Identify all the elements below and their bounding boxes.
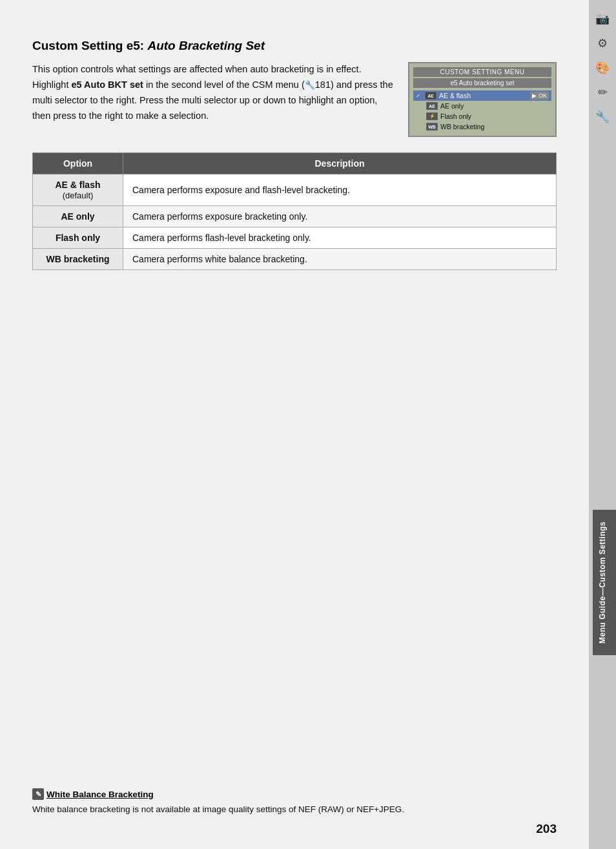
note-title: ✎ White Balance Bracketing	[32, 788, 557, 800]
col-option-header: Option	[33, 153, 123, 174]
option-cell-1: AE only	[33, 206, 123, 227]
main-content: Custom Setting e5: Auto Bracketing Set T…	[0, 0, 589, 849]
options-table: Option Description AE & flash (default) …	[32, 152, 557, 270]
ae-flash-icon: AE	[425, 92, 436, 100]
page-number: 203	[536, 822, 557, 836]
option-cell-3: WB bracketing	[33, 249, 123, 270]
option-sub-0: (default)	[63, 191, 94, 200]
camera-title: CUSTOM SETTING MENU	[413, 67, 551, 77]
option-cell-0: AE & flash (default)	[33, 174, 123, 206]
sidebar-tab: Menu Guide—Custom Settings	[593, 510, 616, 655]
camera-row-2: ⚡ Flash only	[413, 111, 551, 121]
description-cell-0: Camera performs exposure and flash-level…	[123, 174, 557, 206]
camera-row-0-label: AE & flash	[439, 92, 471, 100]
camera-screen: CUSTOM SETTING MENU e5 Auto bracketing s…	[408, 62, 557, 137]
camera-row-0: ✓ AE AE & flash ▶ OK	[413, 90, 551, 101]
body-bold: e5 Auto BKT set	[71, 79, 143, 90]
option-cell-2: Flash only	[33, 227, 123, 249]
camera-row-2-label: Flash only	[440, 112, 471, 120]
custom-icon: ✏	[598, 85, 608, 100]
flash-icon: ⚡	[426, 112, 438, 120]
ok-badge: ▶ OK	[530, 92, 549, 100]
body-ref: 181	[315, 79, 331, 90]
camera-row-3-label: WB bracketing	[440, 123, 484, 131]
note-section: ✎ White Balance Bracketing White balance…	[32, 788, 557, 817]
table-row: AE & flash (default) Camera performs exp…	[33, 174, 557, 206]
content-area: This option controls what settings are a…	[32, 62, 557, 137]
title-italic: Auto Bracketing Set	[147, 39, 265, 52]
table-row: AE only Camera performs exposure bracket…	[33, 206, 557, 227]
col-description-header: Description	[123, 153, 557, 174]
wb-icon: WB	[426, 123, 438, 131]
brush-icon: 🎨	[595, 61, 610, 75]
page-title: Custom Setting e5: Auto Bracketing Set	[32, 39, 557, 53]
retouch-icon: 🔧	[595, 110, 610, 124]
note-icon: ✎	[32, 788, 44, 800]
sidebar: 📷 ⚙ 🎨 ✏ 🔧 Menu Guide—Custom Settings	[589, 0, 616, 849]
table-row: Flash only Camera performs flash-level b…	[33, 227, 557, 249]
body-text-2: in the second level of the CSM menu (	[143, 79, 305, 90]
table-row: WB bracketing Camera performs white bala…	[33, 249, 557, 270]
camera-row-1: AE AE only	[413, 101, 551, 111]
description-cell-3: Camera performs white balance bracketing…	[123, 249, 557, 270]
ae-icon: AE	[426, 102, 438, 110]
note-text: White balance bracketing is not availabl…	[32, 802, 557, 817]
description-cell-1: Camera performs exposure bracketing only…	[123, 206, 557, 227]
camera-icon: 📷	[595, 12, 610, 26]
settings-icon: ⚙	[597, 36, 608, 50]
camera-row-3: WB WB bracketing	[413, 121, 551, 132]
note-title-text: White Balance Bracketing	[46, 790, 154, 799]
camera-subtitle: e5 Auto bracketing set	[413, 78, 551, 88]
camera-row-1-label: AE only	[440, 102, 464, 110]
option-label-0: AE & flash	[55, 180, 100, 190]
description-cell-2: Camera performs flash-level bracketing o…	[123, 227, 557, 249]
title-prefix: Custom Setting e5:	[32, 39, 147, 52]
body-text: This option controls what settings are a…	[32, 62, 395, 137]
